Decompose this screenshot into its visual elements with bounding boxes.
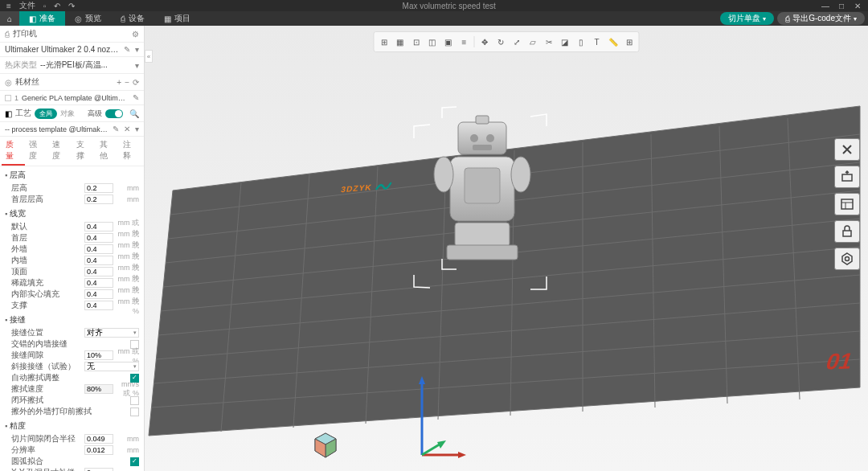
tab-notes[interactable]: 注释	[119, 137, 142, 166]
side-tool-clear[interactable]	[834, 138, 860, 161]
first-layer-lw-input[interactable]	[84, 233, 113, 243]
process-icon: ◧	[5, 109, 12, 118]
support-lw-input[interactable]	[84, 301, 113, 310]
svg-rect-32	[455, 223, 510, 247]
rotate-icon[interactable]: ↻	[493, 35, 508, 49]
resolution-input[interactable]	[84, 445, 113, 455]
settings-tabs: 质量 强度 速度 支撑 其他 注释	[0, 137, 144, 166]
menu-undo-icon[interactable]: ↶	[51, 2, 63, 10]
cut-icon[interactable]: ✂	[542, 35, 556, 49]
orient-icon[interactable]: ◫	[425, 35, 440, 49]
settings-icon[interactable]: ⚙	[132, 30, 139, 39]
menu-save-icon[interactable]: ▫	[40, 2, 50, 10]
split-icon[interactable]: ▣	[441, 35, 456, 49]
default-lw-input[interactable]	[84, 222, 113, 231]
window-close[interactable]: ✕	[852, 2, 863, 10]
window-titlebar: ≡ 文件 ▫ ↶ ↷ Max volumetric speed test — □…	[0, 0, 868, 11]
side-tool-settings[interactable]	[834, 248, 860, 270]
caret-down-icon[interactable]: ▾	[135, 61, 139, 70]
remove-filament-icon[interactable]: −	[125, 78, 129, 87]
tab-preview[interactable]: ◎预览	[65, 11, 111, 26]
section-precision[interactable]: 精度	[0, 419, 144, 433]
menu-file[interactable]: 文件	[16, 0, 39, 11]
bed-type-row[interactable]: 热床类型 --光滑PEI板/高温... ▾	[0, 57, 144, 74]
process-template-row[interactable]: -- process template @Ultimaker Ultimak..…	[0, 122, 144, 137]
slice-button[interactable]: 切片单盘▾	[720, 12, 774, 25]
global-badge[interactable]: 全局	[35, 109, 57, 119]
mesh-boolean-icon[interactable]: ◪	[558, 35, 572, 49]
support-paint-icon[interactable]: ▯	[574, 35, 588, 49]
scarf-joint-select[interactable]: 无▾	[84, 362, 139, 371]
side-tool-layout[interactable]	[834, 193, 860, 215]
seam-paint-icon[interactable]: T	[590, 35, 604, 49]
side-tool-orient[interactable]	[834, 166, 860, 188]
section-seam[interactable]: 接缝	[0, 313, 144, 327]
printer-panel-header[interactable]: ⎙ 打印机 ⚙	[0, 26, 144, 43]
wipe-on-loop-checkbox[interactable]	[130, 374, 139, 383]
filament-row-1[interactable]: 1 Generic PLA template @Ultimaker Ultima…	[0, 91, 144, 105]
variable-height-icon[interactable]: ≡	[457, 35, 472, 49]
internal-solid-lw-input[interactable]	[84, 289, 113, 299]
svg-marker-44	[458, 452, 466, 458]
view-cube[interactable]	[312, 432, 339, 459]
first-layer-height-input[interactable]	[84, 195, 113, 204]
filament-color-swatch[interactable]	[5, 95, 11, 101]
scale-icon[interactable]: ⤢	[510, 35, 524, 49]
assembly-icon[interactable]: ⊞	[622, 35, 637, 49]
filament-panel-header[interactable]: ◎ 耗材丝 + − ⟳	[0, 74, 144, 91]
tab-project[interactable]: ▦项目	[154, 11, 200, 26]
svg-point-31	[511, 157, 530, 192]
seam-position-select[interactable]: 对齐▾	[84, 328, 139, 338]
menu-redo-icon[interactable]: ↷	[65, 2, 78, 10]
slice-gap-input[interactable]	[84, 434, 113, 444]
add-filament-icon[interactable]: +	[117, 78, 121, 87]
window-maximize[interactable]: □	[836, 2, 847, 10]
tab-prepare[interactable]: ◧准备	[19, 11, 65, 26]
outer-wall-lw-input[interactable]	[84, 244, 113, 254]
build-plate	[145, 26, 868, 471]
inner-wall-lw-input[interactable]	[84, 256, 113, 265]
sparse-infill-lw-input[interactable]	[84, 278, 113, 288]
collapse-sidebar-handle[interactable]: «	[145, 50, 153, 63]
printer-select-row[interactable]: Ultimaker Ultimaker 2 0.4 nozzle ✎ ▾	[0, 43, 144, 57]
tab-device[interactable]: ⎙设备	[111, 11, 154, 26]
tab-quality[interactable]: 质量	[2, 137, 25, 166]
arrange-icon[interactable]: ⊡	[409, 35, 424, 49]
close-icon[interactable]: ✕	[124, 125, 130, 133]
edit-filament-icon[interactable]: ✎	[133, 93, 139, 102]
advanced-toggle[interactable]	[105, 109, 123, 118]
search-icon[interactable]: 🔍	[129, 109, 139, 118]
export-gcode-button[interactable]: ⎙导出G-code文件▾	[777, 12, 865, 25]
tab-other[interactable]: 其他	[96, 137, 119, 166]
tab-speed[interactable]: 速度	[48, 137, 72, 166]
seam-gap-input[interactable]	[84, 350, 113, 360]
3d-viewport[interactable]: « ⊞ ▦ ⊡ ◫ ▣ ≡ ✥ ↻ ⤢ ▱ ✂ ◪ ▯ T 📏 ⊞	[145, 26, 868, 471]
xy-hole-comp-input[interactable]	[84, 468, 113, 471]
caret-down-icon[interactable]: ▾	[135, 125, 139, 133]
move-icon[interactable]: ✥	[477, 35, 492, 49]
measure-icon[interactable]: 📏	[606, 35, 620, 49]
add-plate-icon[interactable]: ▦	[393, 35, 407, 49]
arc-fitting-checkbox[interactable]	[130, 457, 139, 466]
tab-support[interactable]: 支撑	[72, 137, 96, 166]
axis-gizmo[interactable]	[410, 375, 466, 463]
edit-icon[interactable]: ✎	[124, 45, 130, 54]
window-minimize[interactable]: —	[820, 2, 831, 10]
section-layer-height[interactable]: 层高	[0, 168, 144, 182]
wipe-before-ext-checkbox[interactable]	[130, 396, 139, 405]
sync-filament-icon[interactable]: ⟳	[133, 78, 139, 87]
tab-strength[interactable]: 强度	[25, 137, 48, 166]
add-model-icon[interactable]: ⊞	[377, 35, 391, 49]
top-surface-lw-input[interactable]	[84, 267, 113, 276]
edit-icon[interactable]: ✎	[113, 125, 119, 133]
caret-down-icon[interactable]: ▾	[135, 45, 139, 54]
side-tool-lock[interactable]	[834, 220, 860, 243]
home-button[interactable]: ⌂	[0, 11, 19, 26]
svg-point-30	[434, 157, 453, 192]
wipe-before-ext2-checkbox[interactable]	[130, 408, 139, 416]
menu-hamburger-icon[interactable]: ≡	[3, 2, 14, 10]
viewport-side-tools	[834, 138, 860, 270]
layer-height-input[interactable]	[84, 183, 113, 193]
wipe-speed-input[interactable]	[84, 384, 113, 394]
place-on-face-icon[interactable]: ▱	[526, 35, 540, 49]
